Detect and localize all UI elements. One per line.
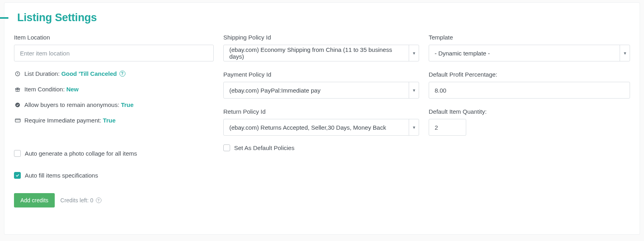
immediate-payment-value: True	[103, 117, 116, 124]
anonymous-row: Allow buyers to remain anonymous: True	[14, 101, 214, 108]
svg-rect-4	[15, 119, 20, 122]
gift-icon	[14, 87, 21, 92]
column-left: Item Location List Duration: Good 'Till …	[14, 34, 214, 207]
item-condition-row: Item Condition: New	[14, 86, 214, 93]
return-policy-label: Return Policy Id	[223, 108, 419, 115]
profit-percentage-input[interactable]	[429, 82, 630, 99]
auto-fill-label: Auto fill items specifications	[25, 172, 98, 179]
lower-options: Auto generate a photo collage for all it…	[14, 150, 214, 179]
auto-fill-checkbox[interactable]: Auto fill items specifications	[14, 172, 214, 179]
immediate-payment-label: Require Immediate payment:	[24, 117, 101, 124]
section-header: Listing Settings	[0, 12, 97, 24]
section-title: Listing Settings	[17, 12, 97, 24]
shipping-policy-label: Shipping Policy Id	[223, 34, 419, 41]
section-accent-dash	[0, 17, 8, 19]
checkbox-icon	[223, 144, 230, 151]
item-location-label: Item Location	[14, 34, 214, 41]
listing-settings-panel: Listing Settings Item Location List Dura…	[4, 2, 640, 235]
template-label: Template	[429, 34, 630, 41]
add-credits-button[interactable]: Add credits	[14, 193, 55, 207]
help-icon[interactable]: ?	[96, 198, 101, 203]
credits-left-label: Credits left: 0	[60, 197, 93, 203]
default-policies-label: Set As Default Policies	[234, 144, 294, 151]
return-policy-value: (ebay.com) Returns Accepted, Seller,30 D…	[229, 124, 386, 131]
clock-icon	[14, 71, 21, 77]
anonymous-value: True	[121, 101, 134, 108]
credits-left: Credits left: 0 ?	[60, 197, 101, 203]
checkbox-checked-icon	[14, 172, 21, 179]
column-middle: Shipping Policy Id (ebay.com) Economy Sh…	[223, 34, 419, 207]
shipping-policy-select[interactable]: (ebay.com) Economy Shipping from China (…	[223, 45, 419, 61]
list-duration-row: List Duration: Good 'Till Canceled ?	[14, 70, 214, 77]
profit-percentage-label: Default Profit Percentage:	[429, 71, 630, 78]
item-condition-label: Item Condition:	[24, 86, 65, 93]
item-location-input[interactable]	[14, 45, 214, 61]
column-right: Template - Dynamic template - ▼ Default …	[429, 34, 630, 207]
list-duration-label: List Duration:	[24, 70, 60, 77]
columns: Item Location List Duration: Good 'Till …	[14, 34, 630, 207]
auto-collage-label: Auto generate a photo collage for all it…	[25, 150, 137, 157]
help-icon[interactable]: ?	[119, 71, 125, 77]
credit-card-icon	[14, 117, 21, 123]
shipping-policy-value: (ebay.com) Economy Shipping from China (…	[229, 46, 405, 60]
payment-policy-label: Payment Policy Id	[223, 71, 419, 78]
return-policy-select[interactable]: (ebay.com) Returns Accepted, Seller,30 D…	[223, 119, 419, 136]
template-value: - Dynamic template -	[435, 50, 490, 57]
item-condition-value: New	[66, 86, 79, 93]
auto-collage-checkbox[interactable]: Auto generate a photo collage for all it…	[14, 150, 214, 157]
anonymous-label: Allow buyers to remain anonymous:	[24, 101, 119, 108]
item-quantity-input[interactable]	[429, 119, 466, 136]
list-duration-value: Good 'Till Canceled	[61, 70, 117, 77]
payment-policy-select[interactable]: (ebay.com) PayPal:Immediate pay ▼	[223, 82, 419, 99]
checkbox-icon	[14, 150, 21, 157]
default-policies-checkbox[interactable]: Set As Default Policies	[223, 144, 419, 151]
credits-row: Add credits Credits left: 0 ?	[14, 193, 214, 207]
template-select[interactable]: - Dynamic template - ▼	[429, 45, 630, 61]
check-circle-icon	[14, 102, 21, 108]
item-quantity-label: Default Item Quantity:	[429, 108, 630, 115]
payment-policy-value: (ebay.com) PayPal:Immediate pay	[229, 87, 320, 94]
immediate-payment-row: Require Immediate payment: True	[14, 117, 214, 124]
